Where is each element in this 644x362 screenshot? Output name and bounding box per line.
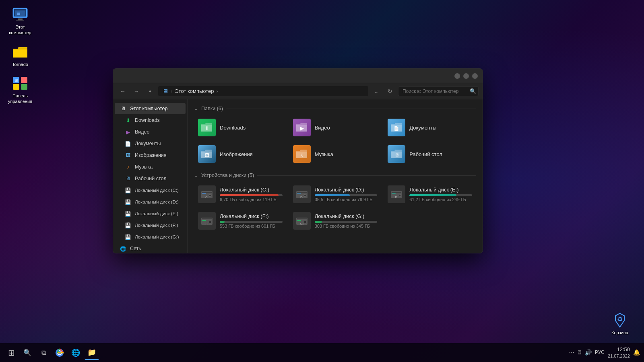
downloads-folder-name: Downloads — [220, 125, 283, 131]
drive-d-info: Локальный диск (D:) 35,5 ГБ свободно из … — [315, 187, 378, 202]
folders-chevron[interactable]: ⌄ — [194, 106, 198, 111]
video-folder-name: Видео — [315, 125, 378, 131]
drive-e-bar-track — [409, 194, 472, 196]
sidebar-item-disk-c[interactable]: 💾 Локальный диск (C:) — [115, 185, 186, 196]
sidebar-item-disk-f[interactable]: 💾 Локальный диск (F:) — [115, 220, 186, 231]
folder-documents[interactable]: 📄 Документы — [384, 115, 476, 140]
desktop-icon-tornado[interactable]: Tornado — [4, 41, 36, 70]
search-input[interactable] — [398, 86, 479, 96]
sidebar-item-desktop[interactable]: 🖥 Рабочий стол — [115, 173, 186, 184]
folder-video[interactable]: ▶ Видео — [289, 115, 382, 140]
disk-f-small-icon: 💾 — [124, 222, 132, 229]
folder-desktop-item[interactable]: 🖥 Рабочий стол — [384, 142, 476, 166]
drive-c[interactable]: C: Локальный диск (C:) 6,70 ГБ свободно … — [194, 182, 287, 206]
recent-button[interactable]: ● — [144, 86, 156, 97]
taskbar-clock[interactable]: 12:50 21.07.2022 — [608, 346, 630, 360]
drive-e[interactable]: E: Локальный диск (E:) 61,2 ГБ свободно … — [384, 182, 476, 206]
drive-e-space: 61,2 ГБ свободно из 249 ГБ — [409, 197, 472, 202]
drive-d-bar-track — [315, 194, 378, 196]
sidebar: 🖥 Этот компьютер ⬇ Downloads ▶ Видео 📄 Д… — [113, 99, 188, 253]
explorer-body: 🖥 Этот компьютер ⬇ Downloads ▶ Видео 📄 Д… — [113, 99, 483, 253]
forward-button[interactable]: → — [131, 86, 142, 97]
tray-volume-icon[interactable]: 🔊 — [585, 349, 592, 356]
chrome-icon[interactable] — [52, 346, 67, 360]
folder-images[interactable]: 🖼 Изображения — [194, 142, 287, 166]
sidebar-item-music[interactable]: ♪ Музыка — [115, 161, 186, 173]
tray-dots[interactable]: ··· — [569, 349, 574, 356]
taskbar-language[interactable]: РУС — [595, 350, 605, 355]
taskbar: ⊞ 🔍 ⧉ 🌐 📁 ··· 🖥 🔊 РУС 12:50 — [0, 343, 644, 362]
svg-rect-3 — [16, 20, 24, 21]
folders-section-title: Папки (6) — [201, 106, 223, 111]
sidebar-item-disk-e[interactable]: 💾 Локальный диск (E:) — [115, 208, 186, 219]
sidebar-item-video[interactable]: ▶ Видео — [115, 126, 186, 138]
svg-point-28 — [304, 194, 306, 197]
drive-e-bar-fill — [409, 194, 456, 196]
images-folder-info: Изображения — [220, 151, 283, 157]
address-path[interactable]: 🖥 › Этот компьютер › — [158, 86, 368, 96]
sidebar-item-disk-d[interactable]: 💾 Локальный диск (D:) — [115, 196, 186, 208]
back-button[interactable]: ← — [117, 86, 128, 97]
drive-g-name: Локальный диск (G:) — [315, 213, 378, 219]
sidebar-item-disk-g[interactable]: 💾 Локальный диск (G:) — [115, 231, 186, 243]
maximize-button[interactable] — [463, 73, 469, 79]
video-folder-info: Видео — [315, 125, 378, 131]
sidebar-item-downloads[interactable]: ⬇ Downloads — [115, 115, 186, 126]
edge-icon[interactable]: 🌐 — [68, 346, 83, 360]
svg-rect-2 — [18, 19, 23, 20]
folder-downloads[interactable]: ⬇ Downloads — [194, 115, 287, 140]
sidebar-item-network[interactable]: 🌐 Сеть — [115, 243, 186, 253]
minimize-button[interactable] — [454, 73, 460, 79]
svg-point-43 — [304, 221, 306, 223]
svg-rect-9 — [21, 77, 27, 83]
sidebar-label-desktop: Рабочий стол — [135, 176, 166, 181]
svg-text:🖼: 🖼 — [205, 152, 209, 157]
notification-icon[interactable]: 🔔 — [633, 349, 640, 356]
search-icon[interactable]: 🔍 — [470, 88, 476, 94]
sidebar-label-this-pc: Этот компьютер — [130, 106, 167, 111]
svg-text:⬇: ⬇ — [205, 125, 209, 131]
svg-text:G:: G: — [300, 222, 303, 226]
folder-yellow-icon — [12, 44, 28, 60]
images-small-icon: 🖼 — [124, 152, 132, 159]
svg-text:⊞: ⊞ — [14, 78, 18, 82]
desktop-icon-recycle-bin[interactable]: ♻ Корзина — [604, 310, 636, 338]
explorer-taskbar-icon[interactable]: 📁 — [85, 346, 99, 360]
sidebar-label-disk-e: Локальный диск (E:) — [135, 211, 178, 216]
svg-text:D:: D: — [300, 195, 303, 199]
svg-rect-37 — [202, 218, 212, 219]
drive-g-info: Локальный диск (G:) 303 ГБ свободно из 3… — [315, 213, 378, 228]
task-view-button[interactable]: ⧉ — [36, 346, 51, 360]
sidebar-item-documents[interactable]: 📄 Документы — [115, 138, 186, 149]
address-dropdown-button[interactable]: ⌄ — [371, 86, 382, 97]
drive-d-bar-fill — [315, 194, 350, 196]
svg-text:C:: C: — [205, 195, 208, 199]
sidebar-label-disk-g: Локальный диск (G:) — [135, 234, 179, 239]
disk-d-small-icon: 💾 — [124, 198, 132, 206]
close-button[interactable] — [472, 73, 478, 79]
drive-f[interactable]: F: Локальный диск (F:) 553 ГБ свободно и… — [194, 209, 287, 233]
drive-d[interactable]: D: Локальный диск (D:) 35,5 ГБ свободно … — [289, 182, 382, 206]
svg-text:🖥: 🖥 — [394, 152, 399, 157]
drive-d-space: 35,5 ГБ свободно из 79,9 ГБ — [315, 197, 378, 202]
refresh-button[interactable]: ↻ — [384, 86, 396, 97]
monitor-small-icon: 🖥 — [120, 105, 127, 112]
desktop-icon-this-pc[interactable]: Этот компьютер — [4, 4, 36, 38]
start-button[interactable]: ⊞ — [4, 346, 19, 360]
desktop-icon-control-panel-label: Панель управления — [8, 93, 32, 105]
svg-text:📄: 📄 — [394, 125, 399, 131]
drive-f-space: 553 ГБ свободно из 601 ГБ — [220, 224, 283, 228]
drives-chevron[interactable]: ⌄ — [194, 173, 198, 178]
folder-music[interactable]: ♫ Музыка — [289, 142, 382, 166]
drive-g-space: 303 ГБ свободно из 345 ГБ — [315, 224, 378, 228]
drive-f-name: Локальный диск (F:) — [220, 213, 283, 219]
folders-section-header: ⌄ Папки (6) — [194, 106, 476, 111]
drive-g[interactable]: G: Локальный диск (G:) 303 ГБ свободно и… — [289, 209, 382, 233]
taskbar-search-button[interactable]: 🔍 — [20, 346, 35, 360]
sidebar-item-this-pc[interactable]: 🖥 Этот компьютер — [115, 103, 186, 114]
sidebar-item-images[interactable]: 🖼 Изображения — [115, 150, 186, 161]
desktop-icon-control-panel[interactable]: ⊞ Панель управления — [4, 73, 36, 107]
drive-e-icon: E: — [388, 185, 405, 203]
drive-c-space: 6,70 ГБ свободно из 119 ГБ — [220, 197, 283, 202]
path-text: Этот компьютер — [175, 88, 214, 94]
